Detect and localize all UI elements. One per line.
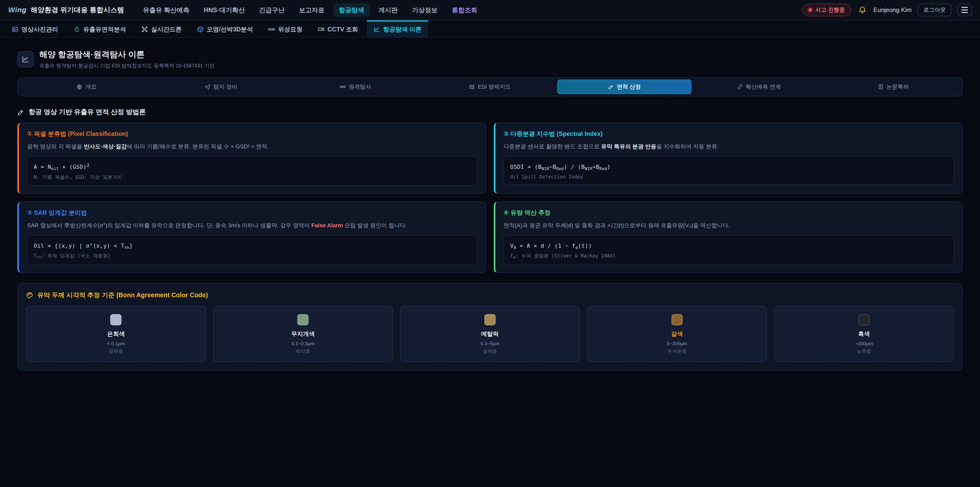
- method-card-sar-threshold: ③ SAR 임계값 분리법 SAR 영상에서 후방산란계수(σ°)의 임계값 이…: [18, 201, 486, 273]
- droplet-analysis-icon: [73, 26, 80, 33]
- menu-item-hns-diffusion[interactable]: HNS·대기확산: [198, 3, 250, 17]
- tab-papers-patents[interactable]: 논문특허: [826, 80, 961, 94]
- method-card-body: 광학 영상의 각 픽셀을 반사도·색상·질감에 따라 기름/해수로 분류. 분류…: [27, 142, 477, 151]
- chart-theory-icon: [373, 26, 380, 33]
- subnav-item-pollution-3d-analysis[interactable]: 오염/선박3D분석: [190, 21, 259, 37]
- subnav-item-image-management[interactable]: 영상사진관리: [5, 21, 65, 37]
- method-card-body: 다중분광 센서로 촬영한 밴드 조합으로 유막 특유의 분광 반응을 지수화하여…: [504, 142, 954, 151]
- method-card-body: 면적(A)과 평균 유막 두께(d) 및 풍화 경과 시간(t)으로부터 원래 …: [504, 221, 954, 230]
- notification-bell-button[interactable]: [857, 5, 867, 15]
- bonn-name: 무지개색: [219, 330, 387, 338]
- top-right-controls: 사고 진행중 Eunjeong Kim 로그아웃: [802, 3, 972, 16]
- subnav-item-satellite-request[interactable]: 위성요청: [262, 21, 309, 37]
- subnav-item-realtime-drone[interactable]: 실시간드론: [135, 21, 188, 37]
- page-chart-icon: [18, 51, 34, 67]
- formula: Oil = {(x,y) | σ°(x,y) < Tth}: [34, 243, 133, 249]
- hamburger-icon: [961, 7, 968, 8]
- formula-note: Tth: 최적 임계값 (국소 적응형): [34, 252, 471, 260]
- cctv-camera-icon: [318, 26, 325, 33]
- drone-icon: [142, 26, 148, 33]
- tab-diffusion-link[interactable]: 확산예측 연계: [692, 80, 826, 94]
- menu-item-reports[interactable]: 보고자료: [293, 3, 330, 17]
- method-card-title: ① 픽셀 분류법 (Pixel Classification): [27, 130, 477, 138]
- tab-esi-map[interactable]: ESI 방제지도: [423, 80, 557, 94]
- formula: V0 = A × d / (1 − fe(t)): [510, 243, 592, 249]
- menu-item-integrated-search[interactable]: 통합조회: [446, 3, 483, 17]
- methods-section-heading: 항공 영상 기반 유출유 면적 산정 방법론: [18, 107, 963, 117]
- menu-item-aerial-search[interactable]: 항공탐색: [333, 3, 370, 17]
- bonn-color-code-panel: 유막 두께 시각적 추정 기준 (Bonn Agreement Color Co…: [18, 283, 963, 370]
- bonn-layer-label: 광택층: [32, 348, 200, 355]
- method-card-title: ③ SAR 임계값 분리법: [27, 209, 477, 217]
- menu-item-spill-forecast[interactable]: 유출유 확산예측: [137, 3, 195, 17]
- formula-block: Oil = {(x,y) | σ°(x,y) < Tth} Tth: 최적 임계…: [27, 235, 477, 265]
- palette-icon: [26, 292, 33, 299]
- main-menu: 유출유 확산예측 HNS·대기확산 긴급구난 보고자료 항공탐색 게시판 기상정…: [137, 3, 789, 17]
- formula-block: A = Noil × (GSD)2 N: 기름 픽셀수, GSD: 지상 표본거…: [27, 156, 477, 185]
- satellite-icon: [340, 84, 345, 89]
- menu-item-weather-info[interactable]: 기상정보: [406, 3, 443, 17]
- color-swatch: [298, 314, 309, 325]
- satellite-icon: [268, 26, 275, 33]
- bonn-layer-label: 농축층: [780, 348, 948, 355]
- formula-block: V0 = A × d / (1 − fe(t)) fe: 누적 증발분 (Sti…: [504, 235, 954, 265]
- formula: A = Noil × (GSD)2: [34, 164, 89, 170]
- incident-badge-label: 사고 진행중: [815, 6, 845, 14]
- formula-note: N: 기름 픽셀수, GSD: 지상 표본거리: [34, 174, 471, 180]
- hamburger-menu-button[interactable]: [958, 4, 972, 16]
- color-swatch: [110, 314, 121, 325]
- globe-icon: [76, 84, 82, 89]
- formula-block: OSDI = (BNIR−BRed) / (BNIR+BRed) Oil Spi…: [504, 156, 954, 184]
- bonn-item-metallic: 메탈릭 0.3~5μm 광택층: [400, 306, 580, 362]
- methods-grid: ① 픽셀 분류법 (Pixel Classification) 광학 영상의 각…: [18, 123, 963, 273]
- bonn-item-brown: 갈색 5~200μm 두꺼운층: [587, 306, 767, 362]
- sub-navigation-bar: 영상사진관리 유출유면적분석 실시간드론 오염/선박3D분석 위성요청 CCTV…: [0, 21, 980, 38]
- bonn-grid: 은회색 < 0.1μm 광택층 무지개색 0.1~0.3μm 박막층 메탈릭 0…: [26, 306, 954, 362]
- user-name: Eunjeong Kim: [873, 6, 912, 14]
- subnav-item-oil-area-analysis[interactable]: 유출유면적분석: [67, 21, 133, 37]
- method-card-body: SAR 영상에서 후방산란계수(σ°)의 임계값 이하를 유막으로 판정합니다.…: [27, 221, 477, 230]
- method-card-volume-inversion: ④ 유량 역산 추정 면적(A)과 평균 유막 두께(d) 및 풍화 경과 시간…: [494, 201, 963, 273]
- pencil-ruler-icon: [608, 84, 614, 89]
- page-title: 해양 항공탐색·원격탐사 이론: [39, 49, 215, 60]
- ruler-icon: [18, 109, 24, 116]
- bonn-layer-label: 박막층: [219, 348, 387, 355]
- tab-area-calculation[interactable]: 면적 산정: [557, 80, 692, 94]
- top-navigation-bar: Wing 해양환경 위기대응 통합시스템 유출유 확산예측 HNS·대기확산 긴…: [0, 0, 980, 21]
- bonn-name: 은회색: [32, 330, 200, 338]
- cube-3d-icon: [197, 26, 204, 33]
- formula: OSDI = (BNIR−BRed) / (BNIR+BRed): [510, 164, 611, 170]
- brand[interactable]: Wing 해양환경 위기대응 통합시스템: [8, 5, 124, 14]
- tab-overview[interactable]: 개요: [19, 80, 154, 94]
- bonn-item-black: 흑색 >200μm 농축층: [774, 306, 954, 362]
- incident-status-badge[interactable]: 사고 진행중: [802, 3, 851, 16]
- color-swatch: [671, 314, 682, 325]
- page-subtitle: 유출유 원격탐지·항공감시 기법·ESI 방제정보지도·등록특허 10-1567…: [39, 62, 215, 69]
- theory-tab-bar: 개요 탐지 장비 원격탐사 ESI 방제지도 면적 산정 확산예측 연계 논문특…: [18, 77, 963, 96]
- page-header-text: 해양 항공탐색·원격탐사 이론 유출유 원격탐지·항공감시 기법·ESI 방제정…: [39, 49, 215, 69]
- bonn-layer-label: 두꺼운층: [593, 348, 761, 355]
- bonn-thickness-range: 0.1~0.3μm: [219, 341, 387, 346]
- bonn-item-silver-gray: 은회색 < 0.1μm 광택층: [26, 306, 206, 362]
- bonn-thickness-range: < 0.1μm: [32, 341, 200, 346]
- document-icon: [878, 84, 883, 89]
- subnav-item-aerial-theory[interactable]: 항공탐색 이론: [367, 21, 428, 37]
- bonn-name: 흑색: [780, 330, 948, 338]
- method-card-spectral-index: ② 다중분광 지수법 (Spectral Index) 다중분광 센서로 촬영한…: [494, 123, 963, 194]
- bonn-name: 메탈릭: [406, 330, 574, 338]
- image-icon: [12, 26, 18, 33]
- bonn-thickness-range: >200μm: [780, 341, 948, 346]
- page-header: 해양 항공탐색·원격탐사 이론 유출유 원격탐지·항공감시 기법·ESI 방제정…: [18, 49, 963, 69]
- formula-note: Oil Spill Detection Index: [510, 174, 947, 179]
- bonn-name: 갈색: [593, 330, 761, 338]
- main-content: 해양 항공탐색·원격탐사 이론 유출유 원격탐지·항공감시 기법·ESI 방제정…: [0, 38, 980, 391]
- subnav-item-cctv-view[interactable]: CCTV 조회: [311, 21, 365, 37]
- tab-detection-equipment[interactable]: 탐지 장비: [154, 80, 288, 94]
- color-swatch: [484, 314, 496, 325]
- logout-button[interactable]: 로그아웃: [918, 3, 951, 16]
- plane-icon: [205, 84, 210, 89]
- menu-item-board[interactable]: 게시판: [373, 3, 403, 17]
- method-card-title: ② 다중분광 지수법 (Spectral Index): [504, 130, 954, 138]
- tab-remote-sensing[interactable]: 원격탐사: [288, 80, 423, 94]
- menu-item-emergency-rescue[interactable]: 긴급구난: [253, 3, 290, 17]
